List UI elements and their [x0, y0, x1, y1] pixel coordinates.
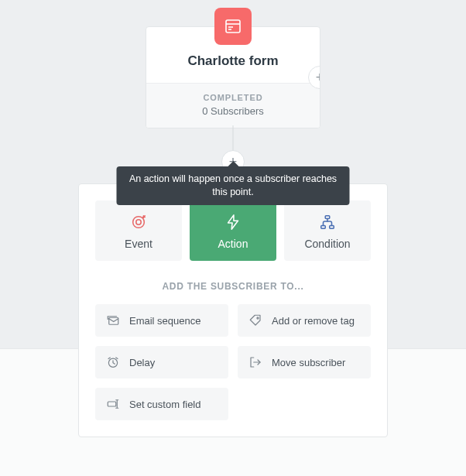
svg-rect-7 — [321, 226, 326, 229]
svg-rect-8 — [330, 226, 334, 229]
trigger-status: COMPLETED — [154, 93, 312, 102]
trigger-node[interactable]: Charlotte form COMPLETED 0 Subscribers + — [146, 26, 320, 128]
options-grid: Email sequence Add or remove tag — [95, 304, 371, 420]
option-label: Move subscriber — [272, 357, 345, 368]
clock-icon — [105, 355, 122, 369]
tab-label: Action — [194, 238, 272, 250]
svg-rect-0 — [226, 20, 240, 33]
tab-event[interactable]: Event — [95, 200, 182, 261]
tooltip-text: An action will happen once a subscriber … — [129, 173, 337, 197]
tab-condition[interactable]: Condition — [284, 200, 371, 261]
envelope-stack-icon — [105, 313, 122, 327]
section-title: ADD THE SUBSCRIBER TO... — [95, 281, 371, 292]
tooltip: An action will happen once a subscriber … — [117, 166, 350, 205]
option-tag[interactable]: Add or remove tag — [238, 304, 371, 337]
svg-point-5 — [136, 220, 141, 224]
option-label: Add or remove tag — [272, 315, 355, 327]
tag-icon — [247, 313, 264, 327]
option-delay[interactable]: Delay — [95, 346, 228, 378]
tab-row: Event Action — [95, 200, 371, 261]
svg-rect-12 — [108, 402, 116, 406]
target-icon — [100, 213, 177, 231]
trigger-subscribers: 0 Subscribers — [154, 105, 312, 117]
svg-point-10 — [257, 317, 259, 319]
field-icon — [105, 397, 122, 411]
form-icon — [214, 8, 252, 45]
split-icon — [289, 213, 366, 231]
option-set-custom-field[interactable]: Set custom field — [95, 388, 228, 420]
tab-action[interactable]: Action — [190, 200, 276, 261]
option-label: Email sequence — [129, 315, 201, 327]
option-label: Delay — [129, 357, 155, 368]
exit-arrow-icon — [247, 355, 264, 369]
tab-label: Event — [100, 238, 177, 250]
option-label: Set custom field — [129, 399, 201, 410]
option-email-sequence[interactable]: Email sequence — [95, 304, 228, 337]
svg-rect-9 — [109, 317, 118, 324]
lightning-icon — [194, 213, 272, 231]
tab-label: Condition — [289, 238, 366, 250]
step-picker-panel: Event Action — [78, 183, 388, 437]
option-move-subscriber[interactable]: Move subscriber — [238, 346, 371, 378]
